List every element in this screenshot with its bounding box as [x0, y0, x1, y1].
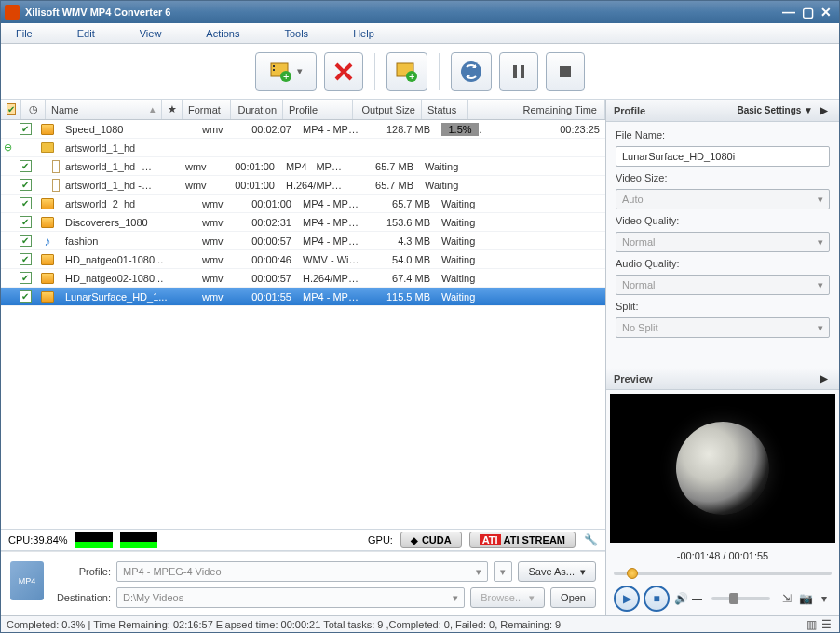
- col-star[interactable]: ★: [162, 100, 183, 119]
- row-checkbox[interactable]: ✔: [15, 253, 35, 265]
- volume-slider[interactable]: [711, 597, 770, 600]
- col-status[interactable]: Status: [422, 100, 468, 119]
- maximize-button[interactable]: ▢: [798, 5, 817, 20]
- preview-collapse-button[interactable]: ▶: [817, 371, 832, 385]
- audio-quality-dropdown[interactable]: Normal▾: [616, 275, 830, 295]
- wrench-icon[interactable]: 🔧: [583, 532, 598, 547]
- tasks-icon[interactable]: ☰: [819, 617, 833, 632]
- folder-icon: [41, 142, 54, 153]
- cell-status: Waiting: [436, 252, 482, 267]
- table-row[interactable]: ✔artsworld_1_hd - H...wmv00:01:00H.264/M…: [1, 176, 605, 195]
- cell-format: wmv: [196, 271, 245, 286]
- video-size-dropdown[interactable]: Auto▾: [616, 189, 830, 209]
- pause-button[interactable]: [499, 52, 538, 91]
- menu-tools[interactable]: Tools: [277, 26, 316, 41]
- table-row[interactable]: ⊖artsworld_1_hd: [1, 139, 605, 157]
- profile-panel-title: Profile: [614, 105, 645, 116]
- profile-dropdown[interactable]: MP4 - MPEG-4 Video▾: [116, 561, 488, 582]
- open-button[interactable]: Open: [550, 587, 596, 608]
- table-row[interactable]: ✔artsworld_2_hdwmv00:01:00MP4 - MPEG-...…: [1, 195, 605, 213]
- table-row[interactable]: ✔Discoverers_1080wmv00:02:31MP4 - MPEG-.…: [1, 213, 605, 232]
- menu-help[interactable]: Help: [345, 26, 382, 41]
- col-format[interactable]: Format: [183, 100, 231, 119]
- table-row[interactable]: ✔♪fashionwmv00:00:57MP4 - MPEG-...4.3 MB…: [1, 232, 605, 250]
- cell-format: wmv: [196, 234, 245, 249]
- cell-name: fashion: [60, 234, 176, 249]
- delete-button[interactable]: [324, 52, 363, 91]
- table-row[interactable]: ✔HD_natgeo01-1080...wmv00:00:46WMV - Win…: [1, 250, 605, 269]
- col-duration[interactable]: Duration: [231, 100, 283, 119]
- row-checkbox[interactable]: ✔: [15, 179, 35, 191]
- col-remaining[interactable]: Remaining Time: [468, 100, 605, 119]
- file-name-label: File Name:: [616, 129, 830, 141]
- split-dropdown[interactable]: No Split▾: [616, 317, 830, 338]
- row-checkbox[interactable]: ✔: [15, 235, 35, 247]
- preview-seek-slider[interactable]: [614, 567, 832, 580]
- close-button[interactable]: ✕: [817, 5, 835, 20]
- cell-remaining: [482, 202, 605, 206]
- volume-icon[interactable]: 🔊: [673, 591, 688, 606]
- cell-duration: 00:00:57: [245, 234, 297, 249]
- basic-settings-button[interactable]: Basic Settings ▼: [733, 103, 817, 117]
- row-checkbox[interactable]: ✔: [15, 290, 35, 303]
- cell-status: Waiting: [419, 178, 466, 193]
- file-name-input[interactable]: LunarSurface_HD_1080i: [616, 146, 830, 167]
- cell-star: [159, 183, 180, 187]
- snapshot-range-icon[interactable]: ⇲: [779, 591, 794, 606]
- row-checkbox[interactable]: ✔: [15, 216, 35, 228]
- menu-actions[interactable]: Actions: [198, 26, 247, 41]
- profile-panel-body: File Name: LunarSurface_HD_1080i Video S…: [606, 122, 839, 345]
- menu-edit[interactable]: Edit: [70, 26, 102, 41]
- file-list[interactable]: ✔Speed_1080wmv00:02:07MP4 - MPEG-...128.…: [1, 120, 605, 529]
- video-file-icon: [41, 273, 54, 284]
- add-profile-button[interactable]: +: [386, 52, 427, 91]
- row-checkbox[interactable]: ✔: [15, 123, 35, 135]
- menu-file[interactable]: File: [8, 26, 40, 41]
- play-button[interactable]: ▶: [614, 586, 640, 612]
- col-profile[interactable]: Profile: [283, 100, 353, 119]
- cell-duration: 00:00:46: [245, 252, 297, 267]
- save-as-button[interactable]: Save As...▾: [518, 561, 596, 582]
- destination-field[interactable]: D:\My Videos▾: [116, 587, 465, 608]
- log-icon[interactable]: ▥: [804, 617, 819, 632]
- video-quality-label: Video Quality:: [616, 215, 830, 226]
- cuda-badge[interactable]: ◆ CUDA: [400, 532, 462, 548]
- col-type-icon[interactable]: ◷: [21, 100, 46, 119]
- cell-star: [176, 221, 196, 224]
- video-quality-dropdown[interactable]: Normal▾: [616, 232, 830, 252]
- titlebar[interactable]: Xilisoft WMV MP4 Converter 6 — ▢ ✕: [1, 1, 839, 23]
- row-checkbox[interactable]: ✔: [15, 272, 35, 284]
- profile-collapse-button[interactable]: ▶: [817, 103, 832, 117]
- stop-preview-button[interactable]: ■: [644, 586, 670, 612]
- menu-view[interactable]: View: [132, 26, 169, 41]
- select-all-checkbox[interactable]: ✔: [7, 103, 16, 115]
- cell-status: Waiting: [436, 196, 482, 211]
- row-checkbox[interactable]: ✔: [15, 160, 35, 172]
- snapshot-icon[interactable]: 📷: [798, 591, 813, 606]
- convert-button[interactable]: [451, 52, 492, 91]
- collapse-icon[interactable]: ⊖: [1, 141, 15, 154]
- snapshot-more-icon[interactable]: ▾: [817, 591, 832, 606]
- table-row[interactable]: ✔HD_natgeo02-1080...wmv00:00:57H.264/MPE…: [1, 269, 605, 288]
- col-output-size[interactable]: Output Size: [353, 100, 422, 119]
- cell-name: HD_natgeo01-1080...: [60, 252, 176, 267]
- cell-format: wmv: [196, 215, 245, 230]
- cell-size: 65.7 MB: [350, 178, 419, 193]
- cell-star: [176, 146, 196, 150]
- ati-badge[interactable]: ATIATI STREAM: [469, 532, 576, 548]
- preview-viewport[interactable]: [610, 394, 835, 543]
- cell-duration: 00:01:00: [228, 178, 280, 193]
- cell-profile: MP4 - MPEG-...: [297, 122, 367, 137]
- preview-panel-header: Preview ▶: [606, 368, 839, 390]
- browse-button[interactable]: Browse...▾: [470, 587, 545, 608]
- minimize-button[interactable]: —: [779, 5, 798, 20]
- table-row[interactable]: ✔LunarSurface_HD_1...wmv00:01:55MP4 - MP…: [1, 288, 605, 306]
- cell-remaining: 00:23:25: [482, 122, 605, 137]
- table-row[interactable]: ✔Speed_1080wmv00:02:07MP4 - MPEG-...128.…: [1, 120, 605, 139]
- add-file-button[interactable]: +▾: [255, 52, 317, 91]
- row-checkbox[interactable]: ✔: [15, 197, 35, 209]
- stop-button[interactable]: [546, 52, 585, 91]
- table-row[interactable]: ✔artsworld_1_hd - M...wmv00:01:00MP4 - M…: [1, 157, 605, 176]
- profile-more-button[interactable]: ▾: [494, 561, 512, 582]
- col-name[interactable]: Name▴: [46, 100, 162, 119]
